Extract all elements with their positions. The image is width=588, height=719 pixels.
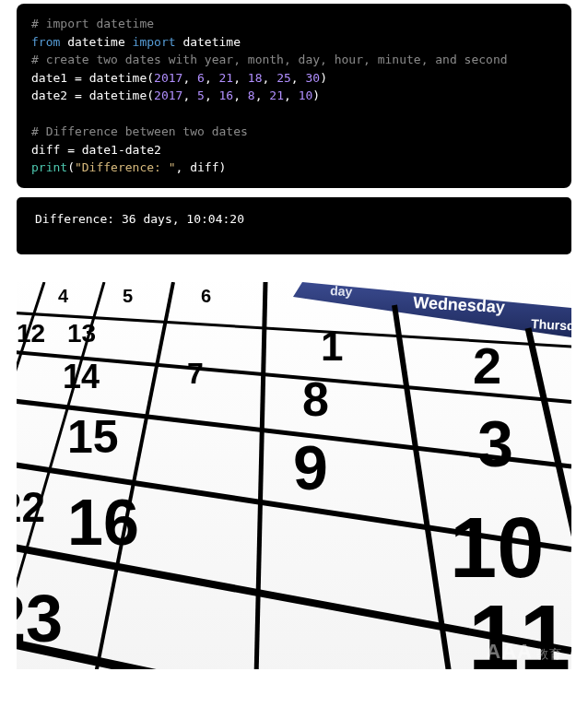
code-block: # import datetime from datetime import d… [17, 4, 571, 188]
cal-cell: 14 [63, 358, 100, 395]
cal-cell: 16 [67, 487, 139, 559]
cal-cell: 1 [321, 324, 343, 369]
cal-cell: 23 [17, 582, 63, 655]
cal-cell: 15 [67, 411, 119, 463]
output-block: Difference: 36 days, 10:04:20 [17, 197, 571, 254]
cal-cell: 22 [17, 483, 45, 531]
cal-cell: 12 [17, 319, 45, 348]
cal-cell: 13 [67, 319, 96, 348]
code-line-8: diff = date1-date2 [31, 141, 557, 159]
code-line-3: # create two dates with year, month, day… [31, 51, 557, 69]
cal-cell: 8 [302, 372, 329, 426]
code-line-4: date1 = datetime(2017, 6, 21, 18, 25, 30… [31, 69, 557, 88]
calendar-header-day: day [330, 283, 353, 299]
output-text: Difference: 36 days, 10:04:20 [35, 212, 244, 226]
cal-cell: 9 [293, 432, 328, 502]
code-line-6 [31, 105, 557, 124]
cal-cell: 4 [58, 286, 69, 306]
code-line-9: print("Difference: ", diff) [31, 159, 557, 177]
code-line-5: date2 = datetime(2017, 5, 16, 8, 21, 10) [31, 87, 557, 105]
cal-cell: 2 [473, 336, 501, 395]
code-line-2: from datetime import datetime [31, 33, 557, 52]
cal-cell: 3 [477, 408, 513, 480]
cal-cell: 6 [201, 286, 211, 306]
code-line-7: # Difference between two dates [31, 123, 557, 141]
watermark: AAA教育 [486, 640, 562, 664]
code-line-1: # import datetime [31, 15, 557, 33]
cal-cell: 10 [450, 501, 544, 595]
calendar-image: day Wednesday Thursday 4 5 6 12 13 1 [17, 282, 571, 669]
cal-cell: 7 [187, 357, 204, 390]
cal-cell: 5 [123, 286, 133, 306]
